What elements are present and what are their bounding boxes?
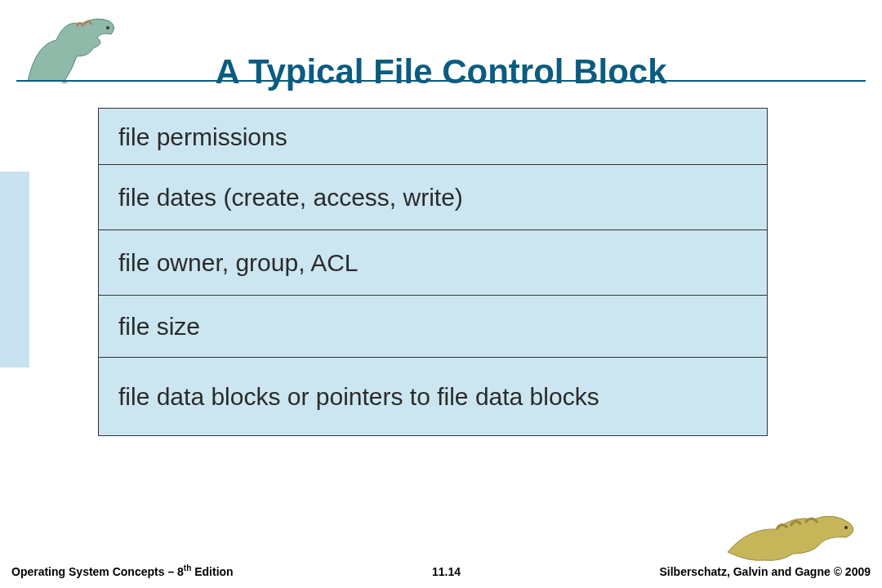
footer-edition-word: Edition [191, 565, 233, 578]
slide-title: A Typical File Control Block [0, 52, 882, 91]
title-underline [16, 80, 866, 82]
footer-left: Operating System Concepts – 8th Edition [11, 564, 234, 578]
footer-page-number: 11.14 [234, 565, 660, 578]
fcb-row-dates: file dates (create, access, write) [98, 165, 768, 230]
fcb-diagram: file permissions file dates (create, acc… [98, 108, 768, 436]
svg-point-1 [844, 526, 848, 529]
footer-copyright: Silberschatz, Galvin and Gagne © 2009 [659, 565, 871, 578]
slide-footer: Operating System Concepts – 8th Edition … [11, 560, 871, 578]
svg-point-0 [106, 26, 109, 29]
fcb-row-permissions: file permissions [98, 108, 768, 165]
footer-edition-ordinal: th [184, 564, 191, 572]
side-accent [0, 172, 29, 368]
fcb-row-owner: file owner, group, ACL [98, 230, 768, 296]
fcb-row-blocks: file data blocks or pointers to file dat… [98, 358, 768, 436]
dinosaur-bottom-icon [724, 503, 862, 568]
footer-book-title: Operating System Concepts – 8 [11, 565, 184, 578]
fcb-row-size: file size [98, 296, 768, 358]
